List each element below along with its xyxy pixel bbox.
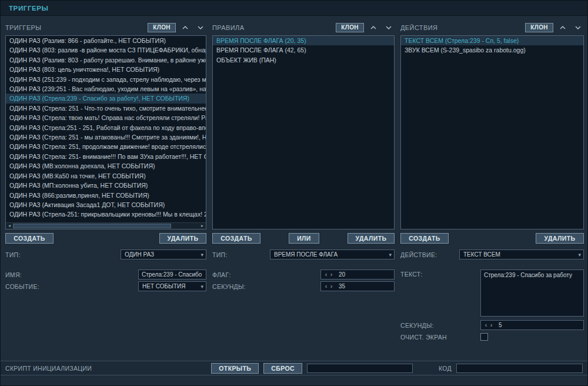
list-item[interactable]: ОДИН РАЗ (Стрела:251 - 251, Работай от ф… bbox=[6, 123, 206, 132]
actions-move-up-button[interactable] bbox=[557, 23, 569, 32]
trigger-form: ТИП: ОДИН РАЗ ▾ ИМЯ: СОБЫТИЕ: НЕТ СОБЫТИ… bbox=[5, 249, 206, 293]
list-item[interactable]: ОДИН РАЗ (Активация Засада1 ДОТ, НЕТ СОБ… bbox=[6, 200, 206, 209]
list-item[interactable]: ВРЕМЯ ПОСЛЕ ФЛАГА (42, 65) bbox=[213, 45, 394, 55]
actions-panel-title: ДЕЙСТВИЯ bbox=[400, 24, 525, 31]
spinner-decrement-icon[interactable]: ‹ bbox=[483, 321, 489, 330]
spinner-decrement-icon[interactable]: ‹ bbox=[323, 282, 329, 291]
code-input[interactable] bbox=[456, 364, 583, 373]
rules-panel-header: ПРАВИЛА КЛОН bbox=[212, 22, 395, 34]
trigger-event-value: НЕТ СОБЫТИЯ bbox=[142, 283, 198, 290]
action-type-value: ТЕКСТ ВСЕМ bbox=[463, 251, 576, 258]
trigger-type-label: ТИП: bbox=[5, 251, 121, 258]
spinner-increment-icon[interactable]: › bbox=[329, 282, 334, 291]
action-type-select[interactable]: ТЕКСТ ВСЕМ ▾ bbox=[459, 249, 584, 259]
rules-or-button[interactable]: ИЛИ bbox=[289, 233, 319, 244]
rule-type-select[interactable]: ВРЕМЯ ПОСЛЕ ФЛАГА ▾ bbox=[270, 249, 395, 259]
rule-form: ТИП: ВРЕМЯ ПОСЛЕ ФЛАГА ▾ ФЛАГ: ‹ › 20 СЕ… bbox=[212, 249, 395, 293]
rule-seconds-spinner[interactable]: ‹ › 35 bbox=[320, 281, 395, 291]
actions-create-button[interactable]: СОЗДАТЬ bbox=[400, 233, 449, 244]
spinner-decrement-icon[interactable]: ‹ bbox=[323, 270, 329, 279]
triggers-list[interactable]: ОДИН РАЗ (Разлив: 866 - работайте., НЕТ … bbox=[5, 35, 206, 229]
action-seconds-label: СЕКУНДЫ: bbox=[400, 322, 480, 329]
trigger-type-value: ОДИН РАЗ bbox=[125, 251, 198, 258]
action-seconds-spinner[interactable]: ‹ › 5 bbox=[480, 320, 584, 330]
list-item[interactable]: ОДИН РАЗ (Стрела:239 - Спасибо за работу… bbox=[6, 94, 206, 103]
panels-area: ТРИГГЕРЫ КЛОН ОДИН РАЗ (Разлив: 866 - ра… bbox=[1, 16, 587, 344]
rules-move-up-button[interactable] bbox=[368, 23, 379, 32]
chevron-down-icon bbox=[575, 26, 581, 29]
rules-list[interactable]: ВРЕМЯ ПОСЛЕ ФЛАГА (20, 35)ВРЕМЯ ПОСЛЕ ФЛ… bbox=[212, 35, 395, 229]
spinner-increment-icon[interactable]: › bbox=[489, 321, 494, 330]
chevron-up-icon bbox=[182, 26, 188, 29]
trigger-name-label: ИМЯ: bbox=[5, 271, 138, 278]
triggers-panel: ТРИГГЕРЫ КЛОН ОДИН РАЗ (Разлив: 866 - ра… bbox=[5, 22, 206, 344]
reset-script-button[interactable]: СБРОС bbox=[263, 363, 302, 374]
triggers-move-down-button[interactable] bbox=[195, 23, 206, 32]
list-item[interactable]: ОДИН РАЗ (Стрела-251: прикрывальщики хре… bbox=[6, 209, 206, 219]
init-script-label: СКРИПТ ИНИЦИАЛИЗАЦИИ bbox=[5, 365, 92, 372]
actions-panel-header: ДЕЙСТВИЯ КЛОН bbox=[400, 22, 584, 34]
list-item[interactable]: ОДИН РАЗ (Разлив: 803 - работу разрешаю.… bbox=[6, 55, 206, 65]
flag-spinner[interactable]: ‹ › 20 bbox=[320, 269, 395, 279]
rules-clone-button[interactable]: КЛОН bbox=[336, 23, 364, 32]
list-item[interactable]: ТЕКСТ ВСЕМ (Стрела:239 - Сп, 5, false) bbox=[401, 36, 583, 45]
chevron-up-icon bbox=[370, 26, 376, 29]
triggers-clone-button[interactable]: КЛОН bbox=[148, 23, 176, 32]
action-seconds-value: 5 bbox=[494, 322, 502, 328]
actions-buttons-row: СОЗДАТЬ УДАЛИТЬ bbox=[400, 233, 584, 244]
chevron-up-icon bbox=[560, 26, 566, 29]
spinner-increment-icon[interactable]: › bbox=[329, 270, 334, 279]
flag-value: 20 bbox=[334, 271, 345, 278]
scroll-right-icon[interactable]: ▸ bbox=[199, 223, 206, 229]
trigger-type-select[interactable]: ОДИН РАЗ ▾ bbox=[121, 249, 206, 259]
actions-move-down-button[interactable] bbox=[572, 23, 584, 32]
list-item[interactable]: ОДИН РАЗ (Стрела: 251- внимание!!! По ва… bbox=[6, 152, 206, 161]
list-item[interactable]: ЗВУК ВСЕМ (S-239_spasibo za rabotu.ogg) bbox=[401, 45, 583, 55]
rules-delete-button[interactable]: УДАЛИТЬ bbox=[348, 233, 395, 244]
open-script-button[interactable]: ОТКРЫТЬ bbox=[211, 363, 259, 374]
list-item[interactable]: ОДИН РАЗ (Разлив: 866 - работайте., НЕТ … bbox=[6, 36, 206, 45]
window-title: ТРИГГЕРЫ bbox=[9, 5, 48, 12]
list-item[interactable]: ОДИН РАЗ (Стрела: твою мать! Справа нас … bbox=[6, 113, 206, 122]
list-item[interactable]: ОДИН РАЗ (803: разлив -в районе моста СЗ… bbox=[6, 45, 206, 55]
list-item[interactable]: ОДИН РАЗ (Стрела: 251, продолжаем движен… bbox=[6, 142, 206, 151]
scrollbar-thumb[interactable] bbox=[13, 224, 171, 228]
triggers-create-button[interactable]: СОЗДАТЬ bbox=[5, 233, 54, 244]
list-item[interactable]: ОДИН РАЗ (МП:колонна убита, НЕТ СОБЫТИЯ) bbox=[6, 181, 206, 190]
triggers-horizontal-scrollbar[interactable]: ◂ ▸ bbox=[6, 222, 206, 229]
rules-create-button[interactable]: СОЗДАТЬ bbox=[212, 233, 260, 244]
action-text-input[interactable]: Стрела:239 - Спасибо за работу bbox=[480, 269, 584, 317]
trigger-event-label: СОБЫТИЕ: bbox=[5, 283, 138, 290]
list-item[interactable]: ОДИН РАЗ (Стрела: 251 - Что-то очень тих… bbox=[6, 104, 206, 113]
list-item[interactable]: ОБЪЕКТ ЖИВ (ПАН) bbox=[213, 55, 394, 65]
trigger-name-input[interactable] bbox=[138, 269, 206, 279]
chevron-down-icon: ▾ bbox=[201, 284, 203, 290]
trigger-event-select[interactable]: НЕТ СОБЫТИЯ ▾ bbox=[138, 281, 206, 291]
triggers-move-up-button[interactable] bbox=[179, 23, 191, 32]
rule-seconds-label: СЕКУНДЫ: bbox=[212, 283, 320, 290]
scroll-left-icon[interactable]: ◂ bbox=[6, 223, 13, 229]
init-script-input[interactable] bbox=[307, 364, 413, 373]
list-item[interactable]: ОДИН РАЗ (МВ:Ка50 на точке, НЕТ СОБЫТИЯ) bbox=[6, 171, 206, 181]
list-item[interactable]: ОДИН РАЗ (803: цель уничтожена!, НЕТ СОБ… bbox=[6, 65, 206, 74]
list-item[interactable]: ОДИН РАЗ (Стрела: 251 - мы атакованы!!! … bbox=[6, 132, 206, 142]
list-item[interactable]: ОДИН РАЗ (251:239 - подходим с запада, с… bbox=[6, 75, 206, 84]
list-item[interactable]: ОДИН РАЗ (239:251 - Вас наблюдаю, уходим… bbox=[6, 84, 206, 94]
chevron-down-icon: ▾ bbox=[201, 252, 203, 258]
rules-panel-title: ПРАВИЛА bbox=[212, 24, 336, 31]
triggers-delete-button[interactable]: УДАЛИТЬ bbox=[159, 233, 206, 244]
action-type-label: ДЕЙСТВИЕ: bbox=[400, 251, 459, 258]
triggers-panel-title: ТРИГГЕРЫ bbox=[5, 24, 148, 31]
actions-delete-button[interactable]: УДАЛИТЬ bbox=[536, 233, 584, 244]
rule-seconds-value: 35 bbox=[334, 283, 345, 290]
code-label: КОД bbox=[439, 365, 452, 372]
rule-flag-label: ФЛАГ: bbox=[212, 271, 320, 278]
rules-move-down-button[interactable] bbox=[383, 23, 395, 32]
clear-screen-checkbox[interactable] bbox=[480, 333, 488, 341]
list-item[interactable]: ОДИН РАЗ (МВ:колонна доехала, НЕТ СОБЫТИ… bbox=[6, 161, 206, 171]
actions-clone-button[interactable]: КЛОН bbox=[525, 23, 553, 32]
list-item[interactable]: ВРЕМЯ ПОСЛЕ ФЛАГА (20, 35) bbox=[213, 36, 394, 45]
actions-list[interactable]: ТЕКСТ ВСЕМ (Стрела:239 - Сп, 5, false)ЗВ… bbox=[400, 35, 584, 229]
list-item[interactable]: ОДИН РАЗ (866:разлив,принял, НЕТ СОБЫТИЯ… bbox=[6, 191, 206, 200]
scrollbar-track[interactable] bbox=[13, 223, 199, 229]
